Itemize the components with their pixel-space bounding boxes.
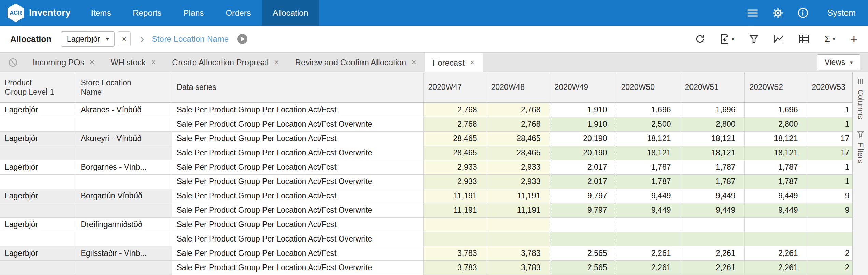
cell-product-group[interactable] [0,203,76,217]
cell-w51[interactable]: 2,261 [680,246,744,260]
cell-product-group[interactable] [0,117,76,131]
cell-w51[interactable]: 18,121 [680,131,744,146]
cell-store-location[interactable] [76,203,172,217]
cell-w52[interactable]: 9,449 [744,203,807,217]
system-menu[interactable]: System [827,8,856,18]
cell-w47[interactable]: 2,768 [423,102,486,117]
column-header-product_group[interactable]: Product Group Level 1 [0,72,76,102]
nav-item-allocation[interactable]: Allocation [262,0,319,26]
store-location-link[interactable]: Store Location Name [152,34,229,44]
column-header-w51[interactable]: 2020W51 [680,72,744,102]
cell-w51[interactable]: 1,787 [680,174,744,189]
cell-w53[interactable]: 17 [807,146,852,160]
cell-w49[interactable]: 1,910 [550,102,616,117]
cell-w53[interactable]: 2 [807,246,852,260]
column-header-w52[interactable]: 2020W52 [744,72,807,102]
cell-store-location[interactable]: Akureyri - Vínbúð [76,131,172,146]
cell-w48[interactable]: 3,783 [486,260,550,275]
cell-w52[interactable] [744,217,807,232]
cell-w52[interactable]: 2,800 [744,117,807,131]
cell-w49[interactable]: 1,910 [550,117,616,131]
cell-w53[interactable]: 1 [807,117,852,131]
tab-close-icon[interactable]: × [412,58,416,67]
cell-w48[interactable] [486,217,550,232]
column-header-w50[interactable]: 2020W50 [616,72,680,102]
cell-store-location[interactable] [76,232,172,246]
filters-panel-toggle[interactable]: Filters [856,131,865,163]
cell-w51[interactable]: 2,800 [680,117,744,131]
cell-w48[interactable]: 2,768 [486,102,550,117]
cell-data-series[interactable]: Sale Per Product Group Per Location Act/… [172,131,423,146]
cell-w48[interactable]: 3,783 [486,246,550,260]
cell-w48[interactable]: 28,465 [486,146,550,160]
column-header-w49[interactable]: 2020W49 [550,72,616,102]
run-button[interactable] [237,33,248,44]
cell-product-group[interactable] [0,146,76,160]
nav-item-items[interactable]: Items [80,0,122,26]
cell-w48[interactable]: 28,465 [486,131,550,146]
cell-data-series[interactable]: Sale Per Product Group Per Location Act/… [172,217,423,232]
cell-w53[interactable]: 9 [807,189,852,203]
views-button[interactable]: Views ▾ [817,54,860,70]
tab-close-icon[interactable]: × [90,58,94,67]
cell-w47[interactable] [423,217,486,232]
cell-w51[interactable]: 2,261 [680,260,744,275]
cell-w49[interactable]: 9,797 [550,189,616,203]
cell-w51[interactable] [680,217,744,232]
cell-w48[interactable]: 2,933 [486,174,550,189]
cell-product-group[interactable] [0,232,76,246]
gear-icon[interactable] [772,8,783,18]
cell-w49[interactable] [550,232,616,246]
cell-w50[interactable] [616,232,680,246]
cell-w49[interactable] [550,217,616,232]
cell-w51[interactable] [680,232,744,246]
refresh-button[interactable] [695,34,705,44]
cell-w53[interactable] [807,232,852,246]
cell-w51[interactable]: 1,696 [680,102,744,117]
cell-product-group[interactable] [0,260,76,275]
cell-store-location[interactable]: Borgarnes - Vínb... [76,160,172,174]
cell-w50[interactable]: 9,449 [616,203,680,217]
cell-w50[interactable]: 2,261 [616,260,680,275]
cell-w47[interactable] [423,232,486,246]
cell-w50[interactable]: 2,500 [616,117,680,131]
filter-button[interactable] [749,34,759,44]
nav-item-reports[interactable]: Reports [122,0,172,26]
add-button[interactable]: + [850,32,858,45]
cell-w52[interactable]: 2,261 [744,246,807,260]
table-view-button[interactable] [799,34,809,44]
tab-close-icon[interactable]: × [274,58,279,67]
cell-w50[interactable]: 1,696 [616,102,680,117]
tab-wh-stock[interactable]: WH stock× [102,53,164,72]
tab-incoming-pos[interactable]: Incoming POs× [25,53,102,72]
cell-w49[interactable]: 2,565 [550,260,616,275]
cell-w48[interactable]: 11,191 [486,189,550,203]
column-header-store[interactable]: Store Location Name [76,72,172,102]
nav-item-plans[interactable]: Plans [172,0,215,26]
cell-data-series[interactable]: Sale Per Product Group Per Location Act/… [172,160,423,174]
cell-store-location[interactable]: Egilsstaðir - Vínb... [76,246,172,260]
brand[interactable]: AGR Inventory [0,0,80,26]
column-header-series[interactable]: Data series [172,72,423,102]
cell-w51[interactable]: 1,787 [680,160,744,174]
tab-forecast[interactable]: Forecast× [425,53,483,73]
cell-w49[interactable]: 9,797 [550,203,616,217]
tab-close-icon[interactable]: × [151,58,156,67]
cell-w49[interactable]: 20,190 [550,146,616,160]
cell-w53[interactable]: 2 [807,260,852,275]
cell-w51[interactable]: 18,121 [680,146,744,160]
cell-data-series[interactable]: Sale Per Product Group Per Location Act/… [172,246,423,260]
info-icon[interactable] [798,8,808,18]
block-icon[interactable] [0,53,25,72]
cell-w53[interactable]: 1 [807,102,852,117]
cell-w51[interactable]: 9,449 [680,189,744,203]
cell-w52[interactable]: 2,261 [744,260,807,275]
cell-store-location[interactable]: Borgartún Vínbúð [76,189,172,203]
cell-data-series[interactable]: Sale Per Product Group Per Location Act/… [172,232,423,246]
cell-w50[interactable] [616,217,680,232]
cell-w50[interactable]: 18,121 [616,146,680,160]
cell-w48[interactable]: 11,191 [486,203,550,217]
cell-product-group[interactable]: Lagerbjór [0,189,76,203]
cell-w53[interactable]: 1 [807,174,852,189]
cell-w53[interactable]: 17 [807,131,852,146]
